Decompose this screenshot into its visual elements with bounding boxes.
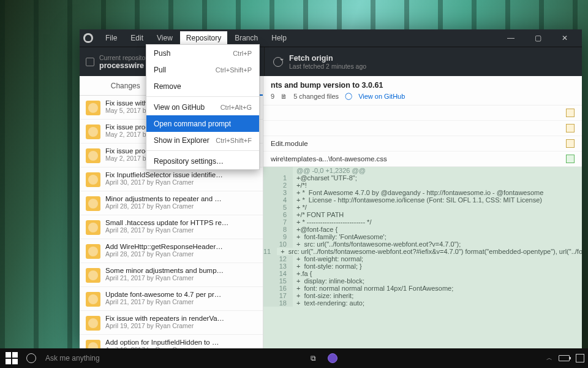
line-number: 1 bbox=[263, 174, 293, 182]
commit-title: Some minor adjustments and bump… bbox=[105, 267, 224, 274]
menu-bar: File Edit View Repository Branch Help bbox=[99, 31, 293, 45]
line-number: 5 bbox=[263, 204, 293, 211]
menu-item-label: View on GitHub bbox=[154, 103, 205, 112]
menu-branch[interactable]: Branch bbox=[228, 31, 264, 45]
diff-hunk-header: @@ -0,0 +1,2326 @@ bbox=[293, 167, 582, 174]
commit-title: Small .htaccess update for HTTPS re… bbox=[105, 219, 228, 226]
avatar bbox=[86, 340, 100, 348]
menu-item-shortcut: Ctrl+Alt+G bbox=[221, 104, 252, 111]
commit-list-item[interactable]: Add option for InputfieldHidden to …Apri… bbox=[80, 335, 263, 348]
start-button[interactable] bbox=[4, 350, 20, 366]
avatar bbox=[86, 125, 100, 139]
diff-line: + * -------------------------- */ bbox=[293, 218, 582, 226]
author-fragment: 9 bbox=[271, 93, 274, 100]
line-number: 8 bbox=[263, 226, 293, 233]
line-number: 16 bbox=[263, 285, 293, 292]
line-number: 2 bbox=[263, 182, 293, 189]
commit-list-item[interactable]: Some minor adjustments and bump…April 21… bbox=[80, 263, 263, 287]
file-icon: 🗎 bbox=[281, 93, 287, 100]
diff-line: + src: url("../fonts/fontawesome-webfont… bbox=[277, 248, 582, 255]
diff-line: +/*! bbox=[293, 182, 582, 189]
menu-item-view-on-github[interactable]: View on GitHubCtrl+Alt+G bbox=[146, 99, 259, 115]
taskbar-search[interactable]: Ask me anything bbox=[45, 354, 100, 362]
detail-pane: nts and bump version to 3.0.61 9 🗎 5 cha… bbox=[263, 76, 582, 348]
changed-file-row[interactable]: wire\templates-a...\font-awesome.css bbox=[263, 151, 582, 166]
diff-line: +.fa { bbox=[293, 270, 582, 277]
diff-viewer[interactable]: @@ -0,0 +1,2326 @@1+@charset "UTF-8";2+/… bbox=[263, 167, 582, 348]
line-number: 11 bbox=[263, 248, 277, 255]
avatar bbox=[86, 101, 100, 115]
menu-item-remove[interactable]: Remove bbox=[146, 78, 259, 94]
fetch-title: Fetch origin bbox=[289, 54, 366, 63]
task-view-icon[interactable]: ⧉ bbox=[305, 350, 321, 366]
commit-list-item[interactable]: Add WireHttp::getResponseHeader…April 28… bbox=[80, 239, 263, 263]
line-number: 4 bbox=[263, 196, 293, 204]
commit-title: Add WireHttp::getResponseHeader… bbox=[105, 243, 223, 250]
diff-line: + font-style: normal; } bbox=[293, 263, 582, 270]
tray-overflow-icon[interactable]: ︿ bbox=[546, 354, 552, 362]
changed-file-row[interactable] bbox=[263, 120, 582, 136]
avatar bbox=[86, 316, 100, 331]
diff-line: +@font-face { bbox=[293, 226, 582, 233]
commit-list-item[interactable]: Minor adjustments to repeater and …April… bbox=[80, 191, 263, 215]
line-number: 7 bbox=[263, 218, 293, 226]
menu-separator bbox=[146, 150, 259, 151]
diff-line: +/* FONT PATH bbox=[293, 211, 582, 218]
menu-item-shortcut: Ctrl+P bbox=[233, 50, 252, 57]
cortana-icon[interactable] bbox=[23, 350, 39, 366]
avatar bbox=[86, 196, 100, 211]
commit-info-bar: 9 🗎 5 changed files ◯ View on GitHub bbox=[263, 92, 582, 105]
battery-icon[interactable] bbox=[559, 355, 570, 361]
repository-menu-dropdown: PushCtrl+PPullCtrl+Shift+PRemoveView on … bbox=[146, 44, 260, 170]
menu-repository[interactable]: Repository bbox=[180, 31, 227, 45]
diff-line: + display: inline-block; bbox=[293, 277, 582, 285]
commit-title: Minor adjustments to repeater and … bbox=[105, 195, 222, 202]
commit-meta: April 30, 2017 by Ryan Cramer bbox=[105, 178, 223, 186]
diff-line: + src: url("../fonts/fontawesome-webfont… bbox=[293, 240, 582, 248]
menu-item-repository-settings[interactable]: Repository settings… bbox=[146, 153, 259, 169]
added-icon bbox=[566, 155, 575, 163]
avatar bbox=[86, 268, 100, 283]
menu-file[interactable]: File bbox=[99, 31, 123, 45]
taskbar-app-github[interactable] bbox=[325, 350, 341, 366]
changed-file-row[interactable]: Edit.module bbox=[263, 136, 582, 151]
changed-file-row[interactable] bbox=[263, 105, 582, 120]
line-number: 12 bbox=[263, 255, 293, 263]
fetch-origin-button[interactable]: Fetch origin Last fetched 2 minutes ago bbox=[265, 47, 375, 76]
commit-meta: April 21, 2017 by Ryan Cramer bbox=[105, 274, 224, 282]
commit-list-item[interactable]: Update font-awesome to 4.7 per pr…April … bbox=[80, 287, 263, 311]
minimize-button[interactable]: — bbox=[497, 29, 524, 47]
commit-title: Update font-awesome to 4.7 per pr… bbox=[105, 291, 221, 298]
menu-help[interactable]: Help bbox=[265, 31, 293, 45]
menu-item-push[interactable]: PushCtrl+P bbox=[146, 45, 259, 61]
view-on-github-link[interactable]: View on GitHub bbox=[358, 93, 405, 100]
commit-list-item[interactable]: Small .htaccess update for HTTPS re…Apri… bbox=[80, 215, 263, 239]
line-number: 13 bbox=[263, 263, 293, 270]
commit-title-truncated: nts and bump version to 3.0.61 bbox=[263, 76, 582, 92]
commit-list-item[interactable]: Fix issue with repeaters in renderVa…Apr… bbox=[80, 311, 263, 335]
commit-meta: April 28, 2017 by Ryan Cramer bbox=[105, 250, 223, 258]
modified-icon bbox=[566, 139, 575, 148]
action-center-icon[interactable] bbox=[576, 354, 584, 362]
modified-icon bbox=[566, 124, 575, 132]
line-number: 18 bbox=[263, 299, 293, 307]
maximize-button[interactable]: ▢ bbox=[524, 29, 551, 47]
menu-item-pull[interactable]: PullCtrl+Shift+P bbox=[146, 61, 259, 78]
menu-item-show-in-explorer[interactable]: Show in ExplorerCtrl+Shift+F bbox=[146, 132, 259, 148]
menu-item-label: Push bbox=[154, 49, 170, 58]
commit-title: Fix issue with repeaters in renderVa… bbox=[105, 315, 224, 322]
file-path: wire\templates-a...\font-awesome.css bbox=[271, 155, 387, 163]
fetch-subtitle: Last fetched 2 minutes ago bbox=[289, 63, 366, 70]
diff-line: + font-family: 'FontAwesome'; bbox=[293, 233, 582, 240]
diff-line: + font: normal normal normal 14px/1 Font… bbox=[293, 285, 582, 292]
line-number: 17 bbox=[263, 292, 293, 299]
close-button[interactable]: ✕ bbox=[551, 29, 578, 47]
menu-edit[interactable]: Edit bbox=[124, 31, 149, 45]
menu-item-open-command-prompt[interactable]: Open command prompt bbox=[146, 115, 259, 132]
avatar bbox=[86, 292, 100, 307]
menu-view[interactable]: View bbox=[151, 31, 179, 45]
commit-list-item[interactable]: Fix InputfieldSelector issue identifie…A… bbox=[80, 167, 263, 191]
commit-title: Add option for InputfieldHidden to … bbox=[105, 339, 219, 346]
menu-separator bbox=[146, 96, 259, 97]
commit-meta: April 21, 2017 by Ryan Cramer bbox=[105, 298, 221, 305]
